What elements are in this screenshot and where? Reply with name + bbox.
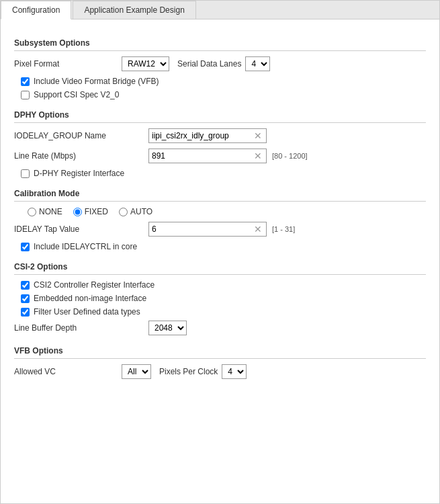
- tab-configuration[interactable]: Configuration: [1, 1, 71, 19]
- include-vfb-row: Include Video Format Bridge (VFB): [21, 77, 426, 86]
- embedded-non-image-label: Embedded non-image Interface: [34, 294, 146, 303]
- iodelay-group-input-wrapper: ✕: [148, 128, 267, 143]
- allowed-vc-label: Allowed VC: [14, 367, 122, 376]
- line-rate-label: Line Rate (Mbps): [14, 151, 148, 161]
- subsystem-options-header: Subsystem Options: [14, 38, 426, 51]
- filter-user-defined-row: Filter User Defined data types: [21, 307, 426, 317]
- main-window: Configuration Application Example Design…: [0, 0, 440, 504]
- calibration-fixed-radio[interactable]: [73, 208, 82, 216]
- pixel-format-row: Pixel Format RAW12 RAW8 RAW10 RAW14 Seri…: [14, 56, 426, 71]
- csi2-options-header: CSI-2 Options: [14, 262, 426, 275]
- idelay-tap-clear-icon[interactable]: ✕: [253, 224, 263, 234]
- idelay-tap-label: IDELAY Tap Value: [14, 224, 148, 234]
- serial-data-lanes-select[interactable]: 4 1 2: [245, 56, 270, 71]
- filter-user-defined-checkbox[interactable]: [21, 308, 30, 317]
- calibration-fixed-item: FIXED: [73, 207, 108, 216]
- line-rate-input[interactable]: [152, 151, 253, 161]
- idelay-tap-input-wrapper: ✕: [148, 222, 267, 237]
- include-idelayctrl-row: Include IDELAYCTRL in core: [21, 242, 426, 251]
- calibration-none-label: NONE: [39, 207, 62, 216]
- embedded-non-image-checkbox[interactable]: [21, 294, 30, 303]
- dphy-register-label: D-PHY Register Interface: [34, 169, 124, 178]
- iodelay-group-input[interactable]: [152, 131, 253, 140]
- serial-data-lanes-label: Serial Data Lanes: [177, 59, 241, 69]
- csi2-controller-row: CSI2 Controller Register Interface: [21, 280, 426, 290]
- support-csi-checkbox[interactable]: [21, 91, 30, 99]
- line-rate-row: Line Rate (Mbps) ✕ [80 - 1200]: [14, 149, 426, 163]
- line-buffer-depth-select[interactable]: 2048 512 1024 4096: [148, 321, 187, 335]
- support-csi-row: Support CSI Spec V2_0: [21, 90, 426, 99]
- dphy-options-header: DPHY Options: [14, 110, 426, 123]
- support-csi-label: Support CSI Spec V2_0: [34, 90, 119, 99]
- calibration-auto-label: AUTO: [130, 207, 152, 216]
- calibration-auto-item: AUTO: [119, 207, 152, 216]
- line-rate-range: [80 - 1200]: [272, 152, 308, 160]
- calibration-mode-header: Calibration Mode: [14, 189, 426, 202]
- dphy-register-row: D-PHY Register Interface: [21, 169, 426, 178]
- include-vfb-checkbox[interactable]: [21, 77, 30, 86]
- include-idelayctrl-label: Include IDELAYCTRL in core: [34, 242, 137, 251]
- embedded-non-image-row: Embedded non-image Interface: [21, 294, 426, 303]
- calibration-none-radio[interactable]: [28, 208, 36, 216]
- content-area: Subsystem Options Pixel Format RAW12 RAW…: [1, 19, 439, 394]
- tab-bar: Configuration Application Example Design: [1, 1, 439, 19]
- line-buffer-depth-label: Line Buffer Depth: [14, 323, 148, 333]
- csi2-controller-checkbox[interactable]: [21, 281, 30, 290]
- include-vfb-label: Include Video Format Bridge (VFB): [34, 77, 159, 86]
- csi2-controller-label: CSI2 Controller Register Interface: [34, 280, 155, 290]
- include-idelayctrl-checkbox[interactable]: [21, 243, 30, 251]
- calibration-radio-group: NONE FIXED AUTO: [28, 207, 426, 216]
- filter-user-defined-label: Filter User Defined data types: [34, 307, 140, 317]
- line-rate-clear-icon[interactable]: ✕: [253, 151, 263, 161]
- iodelay-group-clear-icon[interactable]: ✕: [253, 131, 263, 140]
- idelay-tap-input[interactable]: [152, 224, 253, 234]
- line-buffer-depth-row: Line Buffer Depth 2048 512 1024 4096: [14, 321, 426, 335]
- pixel-format-label: Pixel Format: [14, 59, 122, 69]
- line-rate-input-wrapper: ✕: [148, 149, 267, 163]
- pixel-format-select[interactable]: RAW12 RAW8 RAW10 RAW14: [122, 56, 169, 71]
- dphy-register-checkbox[interactable]: [21, 169, 30, 178]
- iodelay-group-row: IODELAY_GROUP Name ✕: [14, 128, 426, 143]
- idelay-tap-row: IDELAY Tap Value ✕ [1 - 31]: [14, 222, 426, 237]
- tab-application-example[interactable]: Application Example Design: [73, 1, 195, 19]
- vfb-row: Allowed VC All 0 1 2 3 Pixels Per Clock …: [14, 364, 426, 379]
- iodelay-group-label: IODELAY_GROUP Name: [14, 131, 148, 140]
- pixels-per-clock-label: Pixels Per Clock: [159, 367, 218, 376]
- calibration-fixed-label: FIXED: [85, 207, 108, 216]
- calibration-auto-radio[interactable]: [119, 208, 128, 216]
- calibration-none-item: NONE: [28, 207, 62, 216]
- allowed-vc-select[interactable]: All 0 1 2 3: [122, 364, 151, 379]
- idelay-tap-range: [1 - 31]: [272, 225, 295, 233]
- vfb-options-header: VFB Options: [14, 346, 426, 359]
- pixels-per-clock-select[interactable]: 4 1 2: [222, 364, 247, 379]
